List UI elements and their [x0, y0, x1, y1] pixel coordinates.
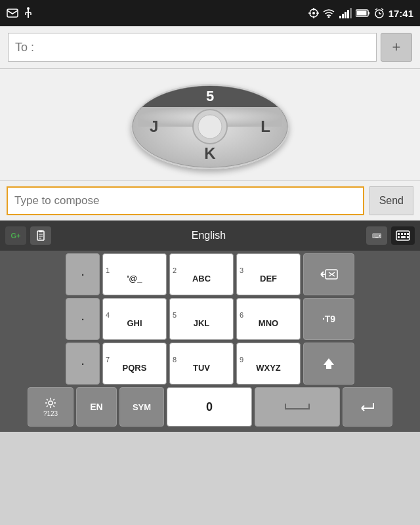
clipboard-icon [35, 230, 47, 242]
message-status-icon [7, 9, 18, 18]
settings-icon [45, 397, 56, 409]
space-icon [284, 402, 310, 411]
rocker-k-label: K [204, 144, 215, 163]
keyboard-settings-button[interactable] [391, 226, 415, 245]
key-sym[interactable]: SYM [119, 387, 164, 427]
key-shift[interactable] [303, 343, 354, 385]
signal-status-icon [339, 8, 352, 18]
to-input[interactable] [8, 33, 377, 62]
svg-rect-46 [401, 236, 406, 238]
svg-rect-0 [7, 9, 18, 17]
clipboard-toolbar-button[interactable] [30, 226, 51, 245]
key-en[interactable]: EN [76, 387, 117, 427]
alarm-status-icon [374, 8, 385, 18]
key-question[interactable]: · [66, 298, 100, 340]
enter-icon [359, 400, 376, 413]
key-4[interactable]: 4 GHI [102, 298, 167, 340]
key-9[interactable]: 9 WXYZ [236, 343, 301, 385]
svg-rect-43 [401, 233, 403, 235]
add-recipient-button[interactable]: + [381, 33, 412, 62]
usb-status-icon [24, 7, 33, 19]
key-6[interactable]: 6 MNO [236, 298, 301, 340]
svg-point-2 [27, 7, 30, 10]
svg-rect-47 [407, 233, 409, 235]
rocker-area: 5 J L K [0, 69, 420, 180]
key-settings[interactable]: ?123 [28, 387, 74, 427]
keyboard-icon [396, 230, 410, 241]
shift-icon [321, 356, 337, 371]
svg-rect-15 [345, 12, 346, 18]
key-backspace[interactable] [303, 253, 354, 295]
compose-area: Send [0, 180, 420, 220]
wifi-status-icon [323, 9, 335, 18]
backspace-icon [319, 268, 339, 281]
rocker-j-label: J [150, 117, 158, 136]
svg-rect-44 [404, 233, 406, 235]
key-3[interactable]: 3 DEF [236, 253, 301, 295]
key-7[interactable]: 7 PQRS [102, 343, 167, 385]
svg-point-52 [49, 401, 52, 405]
keyboard-row-1: · 1 '@_ 2 ABC 3 DEF [4, 253, 416, 295]
toolbar-right: ⌨ [366, 226, 415, 245]
svg-rect-13 [339, 16, 341, 18]
google-toolbar-button[interactable]: G+ [5, 226, 26, 245]
svg-rect-45 [398, 236, 400, 238]
svg-rect-16 [347, 10, 349, 18]
status-bar: 17:41 [0, 0, 420, 26]
keyboard-row-2: · 4 GHI 5 JKL 6 MNO ·T9 [4, 298, 416, 340]
svg-line-24 [375, 9, 377, 10]
keyboard: · 1 '@_ 2 ABC 3 DEF · 4 [0, 251, 420, 432]
toolbar-left: G+ [5, 226, 51, 245]
key-space[interactable] [255, 387, 340, 427]
compose-input[interactable] [7, 186, 364, 215]
key-comma[interactable]: · [66, 253, 100, 295]
language-label: English [51, 230, 366, 242]
svg-point-35 [198, 115, 222, 138]
battery-status-icon [356, 9, 370, 17]
key-5[interactable]: 5 JKL [169, 298, 234, 340]
status-right-icons: 17:41 [308, 8, 413, 19]
time-display: 17:41 [388, 8, 413, 19]
keyboard-row-4: ?123 EN SYM 0 [4, 387, 416, 427]
svg-rect-17 [350, 8, 352, 18]
key-8[interactable]: 8 TUV [169, 343, 234, 385]
status-left-icons [7, 7, 33, 19]
key-enter[interactable] [343, 387, 392, 427]
key-0[interactable]: 0 [167, 387, 252, 427]
svg-point-12 [327, 16, 329, 18]
svg-rect-19 [356, 11, 366, 16]
gps-status-icon [308, 8, 319, 18]
key-exclaim[interactable]: · [66, 343, 100, 385]
key-t9[interactable]: ·T9 [303, 298, 354, 340]
rocker-5-label: 5 [206, 88, 214, 105]
svg-rect-14 [342, 14, 344, 18]
svg-rect-48 [407, 236, 409, 238]
keyboard-row-3: · 7 PQRS 8 TUV 9 WXYZ [4, 343, 416, 385]
send-button[interactable]: Send [369, 186, 413, 215]
svg-line-25 [381, 9, 383, 10]
keyboard-layout-button[interactable]: ⌨ [366, 226, 387, 245]
message-header: + [0, 26, 420, 69]
svg-rect-42 [398, 233, 400, 235]
svg-rect-36 [37, 231, 44, 240]
keyboard-toolbar: G+ English ⌨ [0, 220, 420, 251]
rocker-dial[interactable]: 5 J L K [131, 84, 289, 169]
svg-point-7 [312, 12, 315, 14]
rocker-l-label: L [261, 117, 270, 136]
key-1[interactable]: 1 '@_ [102, 253, 167, 295]
key-2[interactable]: 2 ABC [169, 253, 234, 295]
svg-rect-41 [396, 231, 410, 240]
svg-rect-37 [39, 230, 43, 232]
svg-rect-20 [368, 12, 369, 14]
